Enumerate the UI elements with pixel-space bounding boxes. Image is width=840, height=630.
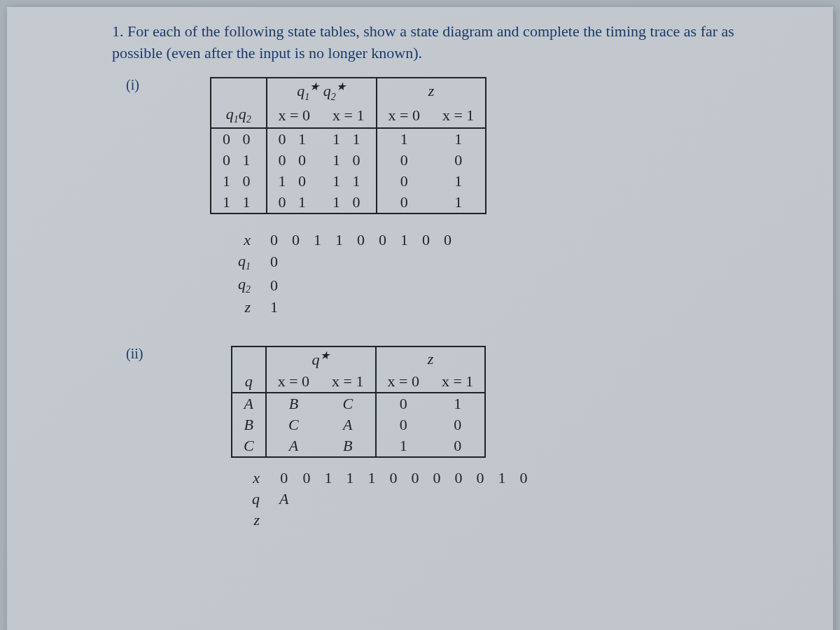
output-header-ii: z: [376, 346, 486, 370]
part-ii-label: (ii): [126, 346, 143, 362]
table-row: 0 1 0 0 1 0 0 0: [211, 150, 486, 171]
q2-label: q2: [231, 274, 263, 297]
trace-row-x-ii: x 0 0 1 1 1 0 0 0 0 0 1 0: [245, 468, 534, 489]
trace-row-q1: q1 0: [231, 251, 458, 274]
col-x0-z: x = 0: [377, 104, 431, 127]
state-col-header: q1q2: [211, 104, 267, 127]
part-i-label: (i): [126, 77, 139, 93]
col-x0-z-ii: x = 0: [376, 371, 430, 393]
part-i: (i) q1★ q2★ z q1q2 x = 0 x = 1 x = 0 x =…: [35, 77, 805, 318]
state-table-ii: q★ z q x = 0 x = 1 x = 0 x = 1 A B C 0 1…: [231, 346, 486, 457]
trace-row-z: z 1: [231, 297, 458, 318]
problem-statement: 1. For each of the following state table…: [35, 21, 805, 64]
table-row: A B C 0 1: [232, 393, 485, 414]
part-ii: (ii) q★ z q x = 0 x = 1 x = 0 x = 1 A B …: [35, 346, 805, 530]
trace-row-x: x 0 0 1 1 0 0 1 0 0: [231, 230, 458, 251]
table-row: C A B 1 0: [232, 435, 485, 457]
col-x0-ns-ii: x = 0: [266, 371, 321, 393]
trace-row-q-ii: q A: [245, 489, 534, 510]
table-row: 1 1 0 1 1 0 0 1: [211, 192, 486, 214]
problem-number: 1.: [112, 22, 124, 40]
col-x1-z: x = 1: [431, 104, 486, 127]
table-row: 1 0 1 0 1 1 0 1: [211, 171, 486, 192]
q1-label: q1: [231, 251, 263, 274]
timing-trace-ii: x 0 0 1 1 1 0 0 0 0 0 1 0 q A z: [245, 468, 534, 531]
state-col-header-ii: q: [232, 371, 266, 393]
trace-row-z-ii: z: [245, 510, 534, 531]
table-row: 0 0 0 1 1 1 1 1: [211, 128, 486, 150]
page: 1. For each of the following state table…: [7, 7, 833, 630]
trace-row-q2: q2 0: [231, 274, 458, 297]
timing-trace-i: x 0 0 1 1 0 0 1 0 0 q1 0 q2 0: [231, 230, 458, 318]
col-x1-z-ii: x = 1: [430, 371, 485, 393]
col-x1-ns: x = 1: [321, 104, 377, 127]
col-x1-ns-ii: x = 1: [321, 371, 375, 393]
table-row: B C A 0 0: [232, 414, 485, 435]
next-state-header-ii: q★: [266, 346, 376, 370]
problem-text: For each of the following state tables, …: [112, 22, 734, 62]
output-header: z: [377, 78, 486, 104]
next-state-header: q1★ q2★: [267, 78, 377, 104]
col-x0-ns: x = 0: [267, 104, 322, 127]
state-table-i: q1★ q2★ z q1q2 x = 0 x = 1 x = 0 x = 1 0…: [210, 77, 486, 214]
